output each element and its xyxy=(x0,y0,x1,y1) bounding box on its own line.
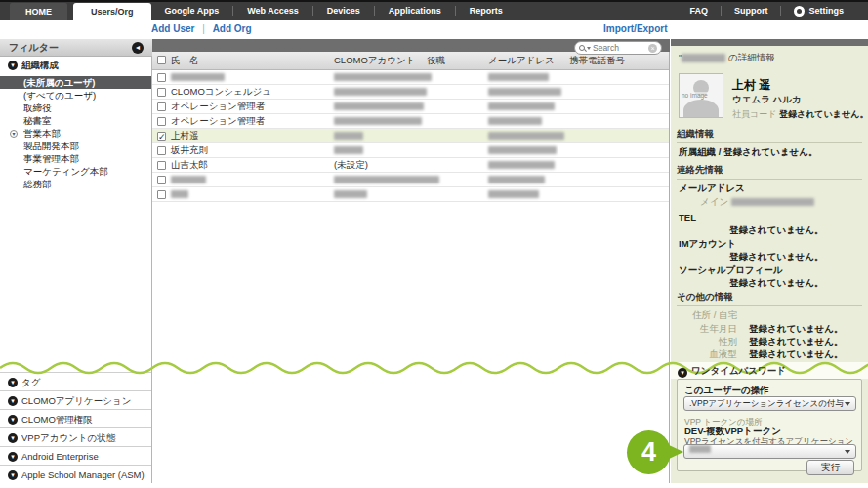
operation-select[interactable]: .VPPアプリケーションライセンスの付与 xyxy=(683,396,856,411)
table-row[interactable]: オペレーション管理者 xyxy=(152,100,669,114)
tab-applications[interactable]: Applications xyxy=(375,2,455,20)
sidebar-section-tags[interactable]: ▾タグ xyxy=(0,372,151,390)
sidebar-section-asm[interactable]: ▾Apple School Manager (ASM) xyxy=(0,465,151,483)
otp-section-header[interactable]: ▾ワンタイムパスワード xyxy=(678,365,786,378)
section-label: CLOMO管理権限 xyxy=(21,414,93,425)
table-row[interactable] xyxy=(152,173,669,187)
sidebar-section-clomo-apps[interactable]: ▾CLOMOアプリケーション xyxy=(0,390,151,409)
chevron-down-icon: ▾ xyxy=(8,452,18,462)
account-not-set: (未設定) xyxy=(334,158,368,172)
sidebar-item-unassigned-users[interactable]: (未所属のユーザ) xyxy=(0,76,151,89)
sidebar-item-secretary[interactable]: 秘書室 xyxy=(0,114,151,127)
sidebar-item-all-users[interactable]: (すべてのユーザ) xyxy=(0,89,151,102)
redacted-account xyxy=(334,146,363,154)
column-header-name[interactable]: 氏 名 xyxy=(171,52,199,69)
tel-value: 登録されていません。 xyxy=(729,224,824,237)
user-table-area: × 氏 名 CLOMOアカウント 役職 メールアドレス 携帯電話番号 CLOMO… xyxy=(152,39,670,483)
user-name: 山吉太郎 xyxy=(171,158,208,172)
chevron-down-icon: ▾ xyxy=(8,396,18,406)
sidebar-item-general-affairs[interactable]: 総務部 xyxy=(0,178,151,190)
select-all-checkbox[interactable] xyxy=(157,56,166,64)
chevron-down-icon: ▾ xyxy=(8,378,18,387)
org-structure-label: 組織構成 xyxy=(21,60,59,70)
execute-button[interactable]: 実行 xyxy=(806,460,854,475)
row-checkbox[interactable] xyxy=(157,176,166,184)
column-header-clomo-account[interactable]: CLOMOアカウント xyxy=(334,52,415,69)
sidebar-section-vpp-status[interactable]: ▾VPPアカウントの状態 xyxy=(0,427,151,446)
section-org-info: 組織情報 xyxy=(677,128,862,143)
add-user-link[interactable]: Add User xyxy=(151,23,194,34)
sidebar-item-business-mgmt[interactable]: 事業管理本部 xyxy=(0,152,151,165)
sidebar-item-marketing[interactable]: マーケティング本部 xyxy=(0,165,151,178)
link-divider: | xyxy=(202,23,205,34)
nav-support[interactable]: Support xyxy=(722,6,781,16)
import-export-link[interactable]: Import/Export xyxy=(603,23,668,34)
org-structure-section[interactable]: ▾ 組織構成 xyxy=(0,58,151,73)
redacted-email xyxy=(488,176,545,183)
row-checkbox[interactable] xyxy=(157,161,166,170)
detail-title-suffix: の詳細情報 xyxy=(725,52,774,62)
redacted-email-value xyxy=(731,198,814,206)
detail-user-kana: ウエムラ ハルカ xyxy=(732,94,802,106)
add-org-link[interactable]: Add Org xyxy=(213,23,252,34)
top-navbar: HOME Users/Org Google Apps Web Access De… xyxy=(0,0,868,20)
tab-google-apps[interactable]: Google Apps xyxy=(151,2,233,20)
search-options-caret-icon[interactable] xyxy=(587,47,591,50)
row-checkbox[interactable] xyxy=(157,73,166,82)
tab-devices[interactable]: Devices xyxy=(313,2,374,20)
table-row[interactable]: 山吉太郎 (未設定) xyxy=(152,158,669,173)
sidebar-section-clomo-admin[interactable]: ▾CLOMO管理権限 xyxy=(0,409,151,427)
filter-title: フィルター xyxy=(9,42,59,53)
redacted-account xyxy=(334,88,427,96)
employee-code-value: 登録されていません。 xyxy=(779,109,868,119)
chevron-down-icon: ▾ xyxy=(8,470,18,480)
column-header-role[interactable]: 役職 xyxy=(427,52,445,69)
redacted-app-name xyxy=(689,445,711,453)
expand-icon[interactable]: ▾ xyxy=(10,130,18,138)
search-input[interactable] xyxy=(593,43,643,53)
tab-users-org[interactable]: Users/Org xyxy=(73,3,151,20)
table-row[interactable]: CLOMOコンシェルジュ xyxy=(152,85,669,100)
tab-reports[interactable]: Reports xyxy=(456,2,517,20)
user-name: 上村遥 xyxy=(171,129,199,142)
clear-search-icon[interactable]: × xyxy=(648,44,657,53)
nav-faq[interactable]: FAQ xyxy=(677,6,721,16)
redacted-account xyxy=(334,117,422,125)
org-tree: (未所属のユーザ) (すべてのユーザ) 取締役 秘書室 ▾営業本部 製品開発本部… xyxy=(0,76,151,190)
tab-home[interactable]: HOME xyxy=(10,3,67,20)
redacted-email xyxy=(488,161,555,169)
column-header-email[interactable]: メールアドレス xyxy=(488,52,555,69)
org-affiliation-value: 登録されていません。 xyxy=(723,146,818,157)
nav-settings[interactable]: Settings xyxy=(781,6,856,17)
avatar-body-shape xyxy=(683,100,719,118)
im-account-value: 登録されていません。 xyxy=(729,251,824,264)
collapse-sidebar-button[interactable]: ◂ xyxy=(132,42,144,54)
row-checkbox[interactable] xyxy=(157,146,166,155)
sidebar-section-android-enterprise[interactable]: ▾Android Enterprise xyxy=(0,446,151,465)
section-label: Android Enterprise xyxy=(21,451,99,462)
sidebar-item-sales[interactable]: ▾営業本部 xyxy=(0,127,151,140)
otp-section-label: ワンタイムパスワード xyxy=(691,365,786,376)
employee-code-row: 社員コード 登録されていません。 xyxy=(732,108,868,121)
table-row[interactable]: オペレーション管理者 xyxy=(152,114,669,129)
row-checkbox-checked[interactable] xyxy=(157,132,166,141)
address-label: 住所 / 自宅 xyxy=(671,309,737,322)
redacted-account xyxy=(334,190,367,198)
table-row[interactable] xyxy=(152,70,669,85)
table-row[interactable] xyxy=(152,187,669,202)
search-box: × xyxy=(574,41,662,55)
tab-web-access[interactable]: Web Access xyxy=(233,2,312,20)
employee-code-label: 社員コード xyxy=(732,109,776,119)
table-row-selected[interactable]: 上村遥 xyxy=(152,129,669,143)
row-checkbox[interactable] xyxy=(157,190,166,199)
sidebar-item-directors[interactable]: 取締役 xyxy=(0,102,151,114)
table-row[interactable]: 坂井充則 xyxy=(152,143,669,158)
clomo-users-org-page: HOME Users/Org Google Apps Web Access De… xyxy=(0,0,868,488)
row-checkbox[interactable] xyxy=(157,88,166,97)
sidebar-item-product-dev[interactable]: 製品開発本部 xyxy=(0,140,151,152)
row-checkbox[interactable] xyxy=(157,102,166,111)
chevron-down-icon: ▾ xyxy=(8,415,18,425)
detail-title: " の詳細情報 xyxy=(679,52,775,64)
row-checkbox[interactable] xyxy=(157,117,166,126)
vpp-app-select[interactable] xyxy=(683,444,856,459)
